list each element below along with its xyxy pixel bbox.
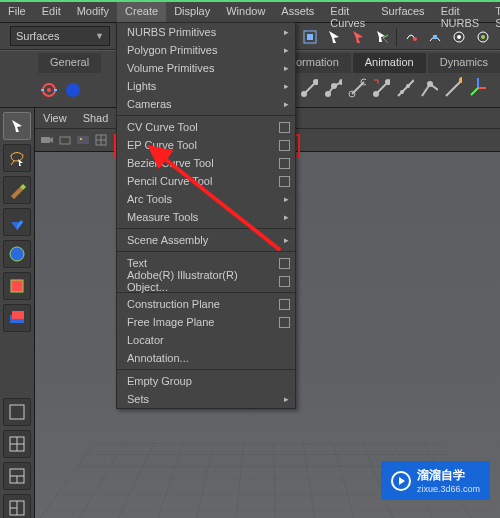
menu-create[interactable]: Create <box>117 2 166 22</box>
snap-curve-icon[interactable] <box>425 27 445 47</box>
layout-four[interactable] <box>3 430 31 458</box>
cursor-icon[interactable] <box>324 27 344 47</box>
snap-plane-icon[interactable] <box>473 27 493 47</box>
wm-title: 溜溜自学 <box>417 467 480 484</box>
menu-item-adobe-r-illustrator-r-object-[interactable]: Adobe(R) Illustrator(R) Object... <box>117 272 295 290</box>
svg-line-39 <box>471 88 478 95</box>
layout-single[interactable] <box>3 398 31 426</box>
svg-point-14 <box>66 83 80 97</box>
menu-item-measure-tools[interactable]: Measure Tools <box>117 208 295 226</box>
menu-edit-nurbs[interactable]: Edit NURBS <box>433 2 488 22</box>
svg-point-7 <box>457 35 461 39</box>
menu-item-ep-curve-tool[interactable]: EP Curve Tool <box>117 136 295 154</box>
menu-item-locator[interactable]: Locator <box>117 331 295 349</box>
menu-item-polygon-primitives[interactable]: Polygon Primitives <box>117 41 295 59</box>
menu-item-empty-group[interactable]: Empty Group <box>117 372 295 390</box>
menu-item-cv-curve-tool[interactable]: CV Curve Tool <box>117 118 295 136</box>
svg-point-31 <box>406 84 410 88</box>
menu-display[interactable]: Display <box>166 2 218 22</box>
watermark: 溜溜自学 zixue.3d66.com <box>381 461 490 500</box>
svg-rect-45 <box>12 311 24 319</box>
svg-rect-58 <box>77 136 89 144</box>
svg-rect-1 <box>307 34 313 40</box>
menu-edit-curves[interactable]: Edit Curves <box>322 2 373 22</box>
key-icon[interactable] <box>38 80 58 100</box>
shelf-tab-dynamics[interactable]: Dynamics <box>428 53 500 73</box>
menu-set-combo[interactable]: Surfaces ▼ <box>10 26 110 46</box>
panel-img-icon[interactable] <box>75 132 91 148</box>
lasso-tool[interactable] <box>3 144 31 172</box>
sel-arrow-axes-icon[interactable] <box>372 27 392 47</box>
svg-line-29 <box>398 80 414 96</box>
svg-rect-57 <box>60 137 70 144</box>
status-line-icons <box>300 27 500 47</box>
manip-tool[interactable] <box>3 304 31 332</box>
joint1-icon[interactable] <box>298 78 318 98</box>
menu-surfaces[interactable]: Surfaces <box>373 2 432 22</box>
panel-menu-view[interactable]: View <box>35 110 75 126</box>
panel-sel-cam-icon[interactable] <box>39 132 55 148</box>
shelf-icons-right <box>298 78 486 98</box>
menu-edit[interactable]: Edit <box>34 2 69 22</box>
select-tool[interactable] <box>3 112 31 140</box>
menu-item-bezier-curve-tool[interactable]: Bezier Curve Tool <box>117 154 295 172</box>
menu-item-arc-tools[interactable]: Arc Tools <box>117 190 295 208</box>
svg-rect-42 <box>11 280 23 292</box>
ghost-icon[interactable] <box>62 80 82 100</box>
menu-assets[interactable]: Assets <box>273 2 322 22</box>
svg-rect-56 <box>41 137 50 143</box>
toolbox <box>0 108 35 518</box>
chevron-down-icon: ▼ <box>95 31 104 41</box>
snap-point-icon[interactable] <box>449 27 469 47</box>
menu-the-set[interactable]: The Set <box>487 2 500 22</box>
menu-item-pencil-curve-tool[interactable]: Pencil Curve Tool <box>117 172 295 190</box>
menu-item-annotation-[interactable]: Annotation... <box>117 349 295 367</box>
menu-item-construction-plane[interactable]: Construction Plane <box>117 295 295 313</box>
svg-point-30 <box>400 90 404 94</box>
sel-arrow-red-icon[interactable] <box>348 27 368 47</box>
lattice-icon[interactable] <box>418 78 438 98</box>
panel-bookmark-icon[interactable] <box>57 132 73 148</box>
panel-grid-icon[interactable] <box>93 132 109 148</box>
play-icon <box>391 471 411 491</box>
menu-item-sets[interactable]: Sets <box>117 390 295 408</box>
menu-item-volume-primitives[interactable]: Volume Primitives <box>117 59 295 77</box>
layout-two-v[interactable] <box>3 494 31 518</box>
svg-line-2 <box>383 38 388 43</box>
shelf-tab-general[interactable]: General <box>38 53 101 73</box>
rotate-tool[interactable] <box>3 240 31 268</box>
sel-mask-icon[interactable] <box>300 27 320 47</box>
panel-menu-shading[interactable]: Shad <box>75 110 117 126</box>
create-menu-dropdown: NURBS PrimitivesPolygon PrimitivesVolume… <box>116 22 296 409</box>
menu-set-value: Surfaces <box>16 30 59 42</box>
menu-file[interactable]: File <box>0 2 34 22</box>
svg-point-59 <box>80 138 82 140</box>
move-tool[interactable] <box>3 208 31 236</box>
scale-tool[interactable] <box>3 272 31 300</box>
snap-grid-icon[interactable] <box>401 27 421 47</box>
layout-two-h[interactable] <box>3 462 31 490</box>
menubar: File Edit Modify Create Display Window A… <box>0 2 500 23</box>
shelf-tab-animation[interactable]: Animation <box>353 53 426 73</box>
menu-item-cameras[interactable]: Cameras <box>117 95 295 113</box>
skin-icon[interactable] <box>442 78 462 98</box>
svg-point-34 <box>427 81 433 87</box>
svg-point-9 <box>481 35 485 39</box>
ik-icon[interactable] <box>370 78 390 98</box>
menu-item-free-image-plane[interactable]: Free Image Plane <box>117 313 295 331</box>
svg-line-35 <box>446 80 462 96</box>
menu-modify[interactable]: Modify <box>69 2 117 22</box>
menu-item-lights[interactable]: Lights <box>117 77 295 95</box>
svg-rect-46 <box>10 405 24 419</box>
joint3-icon[interactable] <box>346 78 366 98</box>
menu-window[interactable]: Window <box>218 2 273 22</box>
axes-icon[interactable] <box>466 78 486 98</box>
menu-item-scene-assembly[interactable]: Scene Assembly <box>117 231 295 249</box>
svg-point-4 <box>413 37 417 41</box>
cluster-icon[interactable] <box>394 78 414 98</box>
paint-tool[interactable] <box>3 176 31 204</box>
menu-item-nurbs-primitives[interactable]: NURBS Primitives <box>117 23 295 41</box>
wm-sub: zixue.3d66.com <box>417 484 480 494</box>
svg-point-11 <box>47 88 51 92</box>
joint2-icon[interactable] <box>322 78 342 98</box>
